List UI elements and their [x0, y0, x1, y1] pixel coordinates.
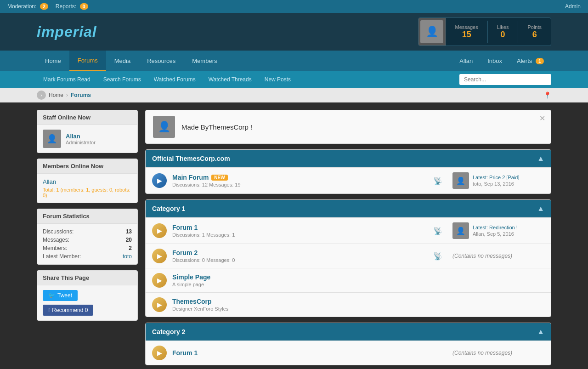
share-box: Share This Page 🐦 Tweet f Recommend 0: [37, 270, 138, 321]
forum-meta-cat1-f2: Discussions: 0 Messages: 0: [172, 257, 423, 263]
sub-nav-watched-forums[interactable]: Watched Forums: [147, 73, 202, 86]
forum-rss-main[interactable]: 📡: [433, 176, 442, 185]
tweet-button[interactable]: 🐦 Tweet: [43, 290, 78, 301]
made-by-notice: 👤 Made ByThemesCorp ! ✕: [145, 110, 551, 144]
sub-nav-new-posts[interactable]: New Posts: [258, 73, 297, 86]
forum-stats-box: Forum Statistics Discussions: 13 Message…: [37, 209, 138, 265]
forum-icon-cat1-f2: ▶: [152, 249, 167, 263]
moderation-label[interactable]: Moderation: 2: [7, 3, 48, 10]
nav-user[interactable]: Allan: [452, 51, 480, 71]
category-header-1: Category 1 ▲: [146, 200, 551, 217]
facebook-recommend-button[interactable]: f Recommend 0: [43, 305, 93, 316]
user-bar: 👤 Messages 15 Likes 0 Points 6: [418, 17, 551, 46]
nav-inbox[interactable]: Inbox: [480, 51, 509, 71]
forum-row-main-forum: ▶ Main Forum NEW Discussions: 12 Message…: [146, 167, 551, 193]
forum-row-cat2-forum1: ▶ Forum 1 (Contains no messages): [146, 341, 551, 365]
forum-rss-cat1-f2[interactable]: 📡: [433, 252, 442, 261]
latest-title-cat1-f1[interactable]: Latest: Redirection !: [473, 225, 518, 230]
forum-latest-cat1-f1: 👤 Latest: Redirection ! Allan, Sep 5, 20…: [452, 222, 544, 239]
staff-member: 👤 Allan Administrator: [43, 130, 132, 148]
alerts-badge: 1: [536, 58, 544, 64]
avatar[interactable]: 👤: [418, 18, 446, 45]
forum-icon-main: ▶: [152, 173, 167, 188]
forum-info-cat2-f1: Forum 1: [172, 349, 447, 357]
facebook-icon: f: [48, 307, 50, 313]
forum-meta-cat1-f1: Discussions: 1 Messages: 1: [172, 232, 423, 238]
new-badge-main: NEW: [211, 175, 227, 181]
reports-label[interactable]: Reports: 0: [56, 3, 88, 10]
header: imperial 👤 Messages 15 Likes 0 Points 6: [0, 13, 588, 51]
member-total: Total: 1 (members: 1, guests: 0, robots:…: [43, 187, 132, 198]
forum-icon-simple: ▶: [152, 273, 167, 288]
nav-alerts[interactable]: Alerts 1: [509, 51, 551, 71]
close-notice-button[interactable]: ✕: [539, 114, 545, 123]
stat-discussions: Discussions: 13: [43, 228, 132, 235]
nav-resources[interactable]: Resources: [139, 51, 184, 71]
breadcrumb-back-arrow[interactable]: ›: [37, 91, 46, 100]
nav-right: Allan Inbox Alerts 1: [452, 51, 551, 71]
forum-icon-cat1-f1: ▶: [152, 223, 167, 238]
forum-rss-cat1-f1[interactable]: 📡: [433, 227, 442, 235]
logo[interactable]: imperial: [37, 23, 97, 40]
nav-media[interactable]: Media: [106, 51, 139, 71]
sub-nav-watched-threads[interactable]: Watched Threads: [202, 73, 258, 86]
main-nav: Home Forums Media Resources Members Alla…: [0, 51, 588, 71]
collapse-cat1-button[interactable]: ▲: [537, 204, 544, 213]
forum-no-messages-cat2-f1: (Contains no messages): [452, 350, 544, 356]
staff-name[interactable]: Allan: [66, 133, 96, 140]
latest-member-link[interactable]: toto: [123, 253, 132, 260]
sub-nav: Mark Forums Read Search Forums Watched F…: [0, 71, 588, 88]
search-wrap: [459, 71, 551, 88]
category-header-official: Official ThemesCorp.com ▲: [146, 150, 551, 167]
forum-latest-main: 👤 Latest: Price 2 [Paid] toto, Sep 13, 2…: [452, 172, 544, 189]
stat-members: Members: 2: [43, 245, 132, 251]
main-content: 👤 Made ByThemesCorp ! ✕ Official ThemesC…: [145, 110, 551, 369]
forum-name-simple[interactable]: Simple Page: [172, 273, 544, 281]
search-input[interactable]: [459, 74, 551, 85]
collapse-official-button[interactable]: ▲: [537, 154, 544, 163]
forum-meta-main: Discussions: 12 Messages: 19: [172, 182, 423, 187]
admin-link[interactable]: Admin: [565, 3, 581, 10]
forum-icon-cat2-f1: ▶: [152, 346, 167, 360]
staff-avatar: 👤: [43, 130, 61, 148]
forum-info-simple: Simple Page A simple page: [172, 273, 544, 287]
staff-role: Administrator: [66, 140, 96, 145]
forum-row-cat1-forum1: ▶ Forum 1 Discussions: 1 Messages: 1 📡 👤…: [146, 217, 551, 244]
stat-messages: Messages: 20: [43, 237, 132, 243]
content: Staff Online Now 👤 Allan Administrator M…: [0, 102, 588, 369]
staff-online-title: Staff Online Now: [37, 110, 137, 125]
forum-name-cat1-f1[interactable]: Forum 1: [172, 224, 423, 231]
latest-title-main[interactable]: Latest: Price 2 [Paid]: [473, 175, 520, 180]
latest-meta-cat1-f1: Allan, Sep 5, 2016: [473, 231, 518, 237]
moderation-badge: 2: [40, 3, 48, 10]
breadcrumb-home[interactable]: Home: [49, 92, 63, 98]
collapse-cat2-button[interactable]: ▲: [537, 328, 544, 336]
sub-nav-mark-read[interactable]: Mark Forums Read: [37, 73, 97, 86]
topbar: Moderation: 2 Reports: 0 Admin: [0, 0, 588, 13]
forum-icon-themescorp: ▶: [152, 297, 167, 312]
nav-forums[interactable]: Forums: [69, 51, 106, 71]
forum-row-cat1-forum2: ▶ Forum 2 Discussions: 0 Messages: 0 📡 (…: [146, 244, 551, 268]
forum-info-cat1-f2: Forum 2 Discussions: 0 Messages: 0: [172, 249, 423, 263]
forum-name-cat1-f2[interactable]: Forum 2: [172, 249, 423, 256]
category-2: Category 2 ▲ ▶ Forum 1 (Contains no mess…: [145, 323, 551, 365]
stat-latest-member: Latest Member: toto: [43, 253, 132, 260]
sub-nav-search[interactable]: Search Forums: [97, 73, 147, 86]
forum-row-simple-page: ▶ Simple Page A simple page: [146, 268, 551, 292]
nav-home[interactable]: Home: [37, 51, 69, 71]
breadcrumb-forums[interactable]: Forums: [71, 92, 91, 98]
forum-name-main[interactable]: Main Forum NEW: [172, 174, 423, 181]
latest-avatar-main: 👤: [452, 172, 469, 189]
nav-members[interactable]: Members: [184, 51, 225, 71]
forum-name-cat2-f1[interactable]: Forum 1: [172, 349, 447, 357]
forum-info-main: Main Forum NEW Discussions: 12 Messages:…: [172, 174, 423, 187]
points-stat: Points 6: [518, 21, 551, 43]
staff-online-box: Staff Online Now 👤 Allan Administrator: [37, 110, 138, 153]
forum-stats-title: Forum Statistics: [37, 209, 137, 224]
latest-meta-main: toto, Sep 13, 2016: [473, 181, 520, 187]
forum-name-themescorp[interactable]: ThemesCorp: [172, 298, 544, 305]
forum-info-cat1-f1: Forum 1 Discussions: 1 Messages: 1: [172, 224, 423, 238]
made-by-avatar: 👤: [153, 116, 175, 138]
online-member-link[interactable]: Allan: [43, 178, 132, 185]
twitter-icon: 🐦: [48, 292, 55, 299]
